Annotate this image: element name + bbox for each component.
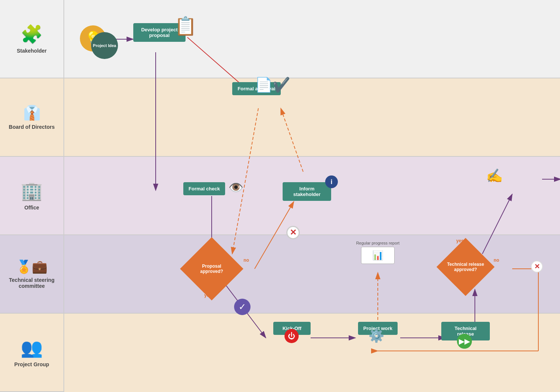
inform-stakeholder-box: Inform stakeholder	[283, 182, 331, 201]
label-board: 👔 Board of Directors	[0, 78, 63, 157]
tsc-icon: 🏅💼	[16, 259, 47, 274]
label-pg: 👥 Project Group	[0, 314, 63, 392]
proposal-approved-diamond: Proposal approved?	[180, 237, 243, 301]
develop-proposal-label: Develop project proposal	[141, 27, 178, 38]
board-label: Board of Directors	[9, 124, 55, 130]
x-circle-tech: ✕	[531, 261, 543, 273]
develop-proposal-node: Develop project proposal 📋	[133, 23, 186, 42]
progress-report-node: Regular progress report 📊	[355, 241, 400, 264]
approval-doc-icon: 📄✔️	[255, 77, 290, 93]
inform-stakeholder-node: Inform stakeholder i	[283, 182, 331, 201]
inform-stakeholder-label: Inform stakeholder	[293, 186, 321, 197]
diagram-container: 🧩 Stakeholder 👔 Board of Directors 🏢 Off…	[0, 0, 560, 392]
proposal-approved-label: Proposal approved?	[193, 264, 230, 274]
proposal-approved-node: Proposal approved? no yes	[189, 246, 234, 291]
label-stakeholder: 🧩 Stakeholder	[0, 0, 63, 78]
office-label: Office	[24, 205, 39, 211]
formal-check-node: Formal check 👁️	[180, 182, 228, 195]
formal-approval-node: Formal approval 📄✔️	[232, 82, 281, 95]
project-idea-node: 💡 Project Idea	[80, 25, 106, 52]
swimlane-labels: 🧩 Stakeholder 👔 Board of Directors 🏢 Off…	[0, 0, 64, 392]
signing-hands-icon: ✍️	[486, 168, 503, 184]
power-icon: ⏻	[284, 329, 299, 343]
yes-label-proposal: yes	[204, 293, 212, 298]
project-idea-circle-label: Project Idea	[91, 32, 118, 59]
technical-release-node: Technical release ▶▶	[441, 322, 490, 340]
x-circle-tech-node: ✕	[531, 261, 543, 273]
check-circle: ✓	[234, 299, 251, 315]
tech-release-approved-label: Technical release approved?	[447, 262, 484, 272]
tech-release-approved-diamond: Technical release approved?	[436, 238, 495, 296]
project-idea-label: Project Idea	[93, 43, 116, 48]
eye-icon: 👁️	[228, 180, 243, 195]
tsc-label: Technical steering committee	[4, 277, 60, 289]
info-icon: i	[325, 175, 338, 188]
pg-icon: 👥	[21, 337, 43, 358]
tech-release-approved-node: Technical release approved? yes no	[445, 246, 486, 287]
office-icon: 🏢	[21, 181, 43, 202]
progress-report-label: Regular progress report	[356, 241, 399, 245]
play-icon: ▶▶	[457, 334, 472, 349]
project-work-node: Project work ⚙️	[354, 322, 402, 335]
check-circle-node: ✓	[234, 299, 251, 315]
label-office: 🏢 Office	[0, 157, 63, 235]
spreadsheet-icon: 📊	[364, 250, 391, 261]
label-tsc: 🏅💼 Technical steering committee	[0, 235, 63, 314]
stakeholder-label: Stakeholder	[17, 48, 47, 54]
row-board	[64, 78, 560, 157]
formal-check-label: Formal check	[189, 186, 220, 192]
no-label-proposal: no	[243, 258, 249, 263]
document-icon: 📋	[174, 16, 197, 37]
kickoff-node: Kick-Off ⏻	[271, 322, 312, 335]
progress-report-box: 📊	[361, 247, 395, 264]
x-circle: ✕	[286, 226, 300, 239]
pg-label: Project Group	[14, 361, 49, 367]
yes-label-tech: yes	[456, 238, 464, 243]
stakeholder-icon: 🧩	[21, 24, 43, 45]
formal-check-box: Formal check	[183, 182, 225, 195]
no-label-tech: no	[494, 258, 499, 263]
x-circle-node: ✕	[286, 226, 300, 239]
gear-icon: ⚙️	[368, 328, 384, 343]
board-icon: 👔	[23, 105, 41, 121]
diagram-area: 💡 Project Idea Develop project proposal …	[64, 0, 560, 392]
